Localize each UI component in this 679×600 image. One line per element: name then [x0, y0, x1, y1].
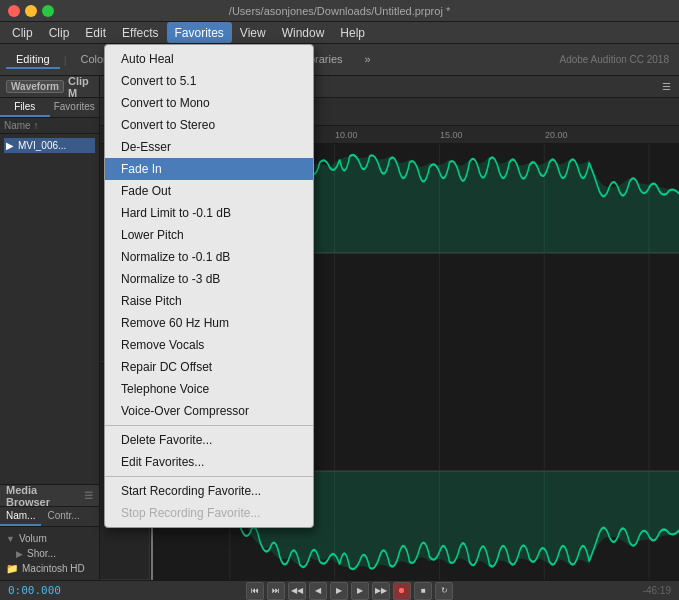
- favorites-dropdown-menu: Auto HealConvert to 5.1Convert to MonoCo…: [104, 44, 314, 528]
- spacer: -46:19: [643, 585, 671, 596]
- menu-item-raise-pitch[interactable]: Raise Pitch: [105, 290, 313, 312]
- go-to-start-btn[interactable]: ⏮: [246, 582, 264, 600]
- menu-edit[interactable]: Edit: [77, 22, 114, 43]
- timecode-display: 0:00.000: [8, 584, 61, 597]
- app-name: Adobe Audition CC 2018: [559, 54, 673, 65]
- menu-item-fade-out[interactable]: Fade Out: [105, 180, 313, 202]
- mb-shortcuts-label: Shor...: [27, 548, 56, 559]
- menu-item-normalize-3[interactable]: Normalize to -3 dB: [105, 268, 313, 290]
- menu-item-remove-vocals[interactable]: Remove Vocals: [105, 334, 313, 356]
- menu-item-voice-over[interactable]: Voice-Over Compressor: [105, 400, 313, 422]
- menu-item-convert-stereo[interactable]: Convert to Stereo: [105, 114, 313, 136]
- panel-tabs: Files Favorites: [0, 98, 99, 118]
- menu-window[interactable]: Window: [274, 22, 333, 43]
- media-browser-header: Media Browser ☰: [0, 485, 99, 507]
- status-bar: 0:00.000 ⏮ ⏭ ◀◀ ◀ ▶ ▶ ▶▶ ⏺ ■ ↻ -46:19: [0, 580, 679, 600]
- chevron-right-icon: ▶: [16, 549, 23, 559]
- files-name-header[interactable]: Name ↑: [0, 118, 99, 134]
- menu-item-convert-mono[interactable]: Convert to Mono: [105, 92, 313, 114]
- waveform-badge: Waveform: [6, 80, 64, 93]
- tab-editing[interactable]: Editing: [6, 51, 60, 69]
- menu-item-delete-favorite[interactable]: Delete Favorite...: [105, 429, 313, 451]
- menu-bar: Clip Clip Edit Effects Favorites View Wi…: [0, 22, 679, 44]
- loop-btn[interactable]: ↻: [435, 582, 453, 600]
- time-marker-10: 10.00: [335, 130, 358, 140]
- menu-item-telephone-voice[interactable]: Telephone Voice: [105, 378, 313, 400]
- media-browser-menu[interactable]: ☰: [84, 490, 93, 501]
- menu-item-remove-60-hum[interactable]: Remove 60 Hz Hum: [105, 312, 313, 334]
- chevron-down-icon: ▼: [6, 534, 15, 544]
- menu-item-convert-5-1[interactable]: Convert to 5.1: [105, 70, 313, 92]
- editor-menu-icon[interactable]: ☰: [662, 81, 671, 92]
- menu-item-de-esser[interactable]: De-Esser: [105, 136, 313, 158]
- step-forward-btn[interactable]: ▶: [351, 582, 369, 600]
- menu-favorites[interactable]: Favorites: [167, 22, 232, 43]
- menu-item-auto-heal[interactable]: Auto Heal: [105, 48, 313, 70]
- menu-item-normalize-01[interactable]: Normalize to -0.1 dB: [105, 246, 313, 268]
- window-title: /Users/asonjones/Downloads/Untitled.prpr…: [229, 5, 450, 17]
- menu-view[interactable]: View: [232, 22, 274, 43]
- mb-folder-item[interactable]: 📁 Macintosh HD: [4, 561, 95, 576]
- menu-item-start-recording[interactable]: Start Recording Favorite...: [105, 480, 313, 502]
- media-browser-content: ▼ Volum ▶ Shor... 📁 Macintosh HD: [0, 527, 99, 580]
- menu-item-edit-favorites[interactable]: Edit Favorites...: [105, 451, 313, 473]
- media-browser-title: Media Browser: [6, 484, 84, 508]
- tab-favorites-panel[interactable]: Favorites: [50, 98, 100, 117]
- left-panel: Waveform Clip M Files Favorites Name ↑ ▶…: [0, 76, 100, 580]
- menu-item-stop-recording: Stop Recording Favorite...: [105, 502, 313, 524]
- file-name: MVI_006...: [18, 140, 66, 151]
- minimize-button[interactable]: [25, 5, 37, 17]
- menu-separator: [105, 476, 313, 477]
- mb-volume-item[interactable]: ▼ Volum: [4, 531, 95, 546]
- menu-item-repair-dc[interactable]: Repair DC Offset: [105, 356, 313, 378]
- menu-clip2[interactable]: Clip: [41, 22, 78, 43]
- media-browser-panel: Media Browser ☰ Nam... Contr... ▼ Volum …: [0, 484, 99, 580]
- mb-folder-label: Macintosh HD: [22, 563, 85, 574]
- menu-item-hard-limit[interactable]: Hard Limit to -0.1 dB: [105, 202, 313, 224]
- fast-forward-btn[interactable]: ▶▶: [372, 582, 390, 600]
- workspace-toolbar: Editing | Color Effects Audio Graphics L…: [0, 44, 679, 76]
- menu-help[interactable]: Help: [332, 22, 373, 43]
- media-browser-tabs: Nam... Contr...: [0, 507, 99, 527]
- main-layout: Waveform Clip M Files Favorites Name ↑ ▶…: [0, 76, 679, 580]
- time-marker-15: 15.00: [440, 130, 463, 140]
- time-marker-20: 20.00: [545, 130, 568, 140]
- title-bar: /Users/asonjones/Downloads/Untitled.prpr…: [0, 0, 679, 22]
- menu-separator: [105, 425, 313, 426]
- record-btn[interactable]: ⏺: [393, 582, 411, 600]
- go-to-end-btn[interactable]: ⏭: [267, 582, 285, 600]
- file-icon: ▶: [6, 140, 14, 151]
- play-btn[interactable]: ▶: [330, 582, 348, 600]
- clip-panel-title: Clip M: [68, 76, 93, 99]
- tab-files[interactable]: Files: [0, 98, 50, 117]
- rewind-fast-btn[interactable]: ◀◀: [288, 582, 306, 600]
- file-list: ▶ MVI_006...: [0, 134, 99, 484]
- mb-shortcuts-item[interactable]: ▶ Shor...: [4, 546, 95, 561]
- mb-tab-contr[interactable]: Contr...: [41, 507, 85, 526]
- menu-item-fade-in[interactable]: Fade In: [105, 158, 313, 180]
- menu-item-lower-pitch[interactable]: Lower Pitch: [105, 224, 313, 246]
- mb-tab-name[interactable]: Nam...: [0, 507, 41, 526]
- traffic-lights: [8, 5, 54, 17]
- menu-clip[interactable]: Clip: [4, 22, 41, 43]
- close-button[interactable]: [8, 5, 20, 17]
- stop-btn[interactable]: ■: [414, 582, 432, 600]
- file-item[interactable]: ▶ MVI_006...: [4, 138, 95, 153]
- tab-more[interactable]: »: [355, 51, 381, 69]
- mb-volume-label: Volum: [19, 533, 47, 544]
- clip-panel-header: Waveform Clip M: [0, 76, 99, 98]
- transport-controls: ⏮ ⏭ ◀◀ ◀ ▶ ▶ ▶▶ ⏺ ■ ↻: [246, 582, 453, 600]
- folder-icon: 📁: [6, 563, 18, 574]
- maximize-button[interactable]: [42, 5, 54, 17]
- menu-effects[interactable]: Effects: [114, 22, 166, 43]
- step-back-btn[interactable]: ◀: [309, 582, 327, 600]
